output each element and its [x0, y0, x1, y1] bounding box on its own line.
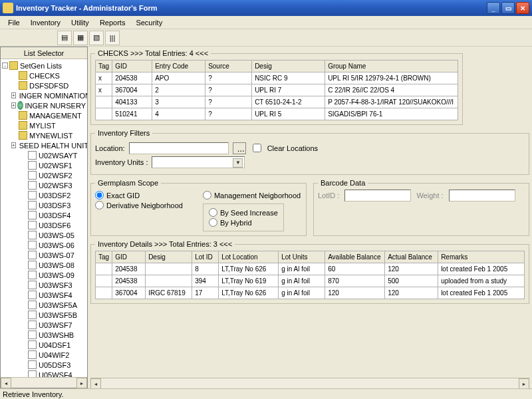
menu-file[interactable]: File [3, 17, 25, 28]
tree-item[interactable]: U03WS-06 [2, 240, 86, 250]
list-selector-header: List Selector [1, 47, 87, 59]
inventory-details-panel: Inventory Details >>> Total Entries: 3 <… [90, 240, 529, 304]
germplasm-scope-panel: Germplasm Scope Exact GID Derivative Nei… [90, 179, 307, 236]
list-selector-panel: List Selector -SetGen ListsCHECKSDSFSDFS… [0, 47, 88, 388]
col-header[interactable]: GID [112, 251, 146, 263]
table-row[interactable]: x3670042?UPL RI 7C 22/IR 26//C 22/OS 4 [96, 84, 458, 96]
tree-item[interactable]: U03WS-08 [2, 260, 86, 270]
maximize-button[interactable]: ▭ [501, 2, 515, 14]
col-header[interactable]: Desig [146, 251, 192, 263]
scroll-left-icon[interactable]: ◄ [90, 378, 101, 388]
tree-item[interactable]: U02WSAYT [2, 150, 86, 160]
tree-item[interactable]: U03DSF6 [2, 220, 86, 230]
scroll-left-icon[interactable]: ◄ [1, 378, 11, 388]
tree-item[interactable]: U03DSF4 [2, 210, 86, 220]
tree-item[interactable]: U02WSF1 [2, 160, 86, 170]
checks-panel: CHECKS >>> Total Entries: 4 <<< TagGIDEn… [90, 49, 463, 125]
col-header[interactable]: Group Name [325, 61, 458, 72]
scroll-right-icon[interactable]: ► [76, 378, 87, 388]
scope-legend: Germplasm Scope [95, 179, 161, 187]
location-input[interactable] [129, 142, 229, 154]
col-header[interactable]: Lot Location [219, 251, 279, 263]
col-header[interactable]: Desig [252, 61, 325, 72]
tree-item[interactable]: U03WSF7 [2, 320, 86, 330]
inventory-details-table[interactable]: TagGIDDesigLot IDLot LocationLot UnitsAv… [95, 251, 525, 299]
menubar: File Inventory Utility Reports Security [0, 16, 532, 29]
location-label: Location: [95, 144, 125, 152]
lotid-input[interactable] [344, 190, 411, 201]
tree-item[interactable]: MYNEWLIST [2, 130, 86, 140]
radio-exact-gid[interactable]: Exact GID [95, 191, 183, 200]
toolbar-barcode-icon[interactable]: ||| [105, 31, 120, 45]
col-header[interactable]: Remarks [438, 251, 525, 263]
toolbar-btn-1[interactable]: ▤ [57, 31, 72, 45]
tree-item[interactable]: U05DSF3 [2, 360, 86, 370]
tree-root[interactable]: -SetGen Lists [2, 61, 86, 70]
filters-legend: Inventory Filters [95, 129, 152, 137]
col-header[interactable]: Lot Units [279, 251, 325, 263]
barcode-legend: Barcode Data [318, 179, 368, 187]
col-header[interactable]: Available Balance [325, 251, 385, 263]
menu-inventory[interactable]: Inventory [25, 17, 66, 28]
tree-item[interactable]: U03WS-05 [2, 230, 86, 240]
toolbar: ▤ ▦ ▧ ||| [0, 29, 532, 47]
col-header[interactable]: Tag [96, 251, 112, 263]
tree-item[interactable]: U05WSF4 [2, 370, 86, 377]
menu-reports[interactable]: Reports [94, 17, 131, 28]
minimize-button[interactable]: _ [487, 2, 500, 14]
scroll-right-icon[interactable]: ► [519, 378, 529, 388]
table-row[interactable]: 204538394LT,Tray No 619g in Al foil87050… [96, 275, 525, 287]
clear-locations-label: Clear Locations [267, 144, 318, 152]
tree-item[interactable]: U04DSF1 [2, 340, 86, 350]
tree-item[interactable]: U02WSF2 [2, 170, 86, 180]
tree-item[interactable]: U03DSF3 [2, 200, 86, 210]
table-row[interactable]: 2045388LT,Tray No 626g in Al foil60120lo… [96, 263, 525, 275]
tree-view[interactable]: -SetGen ListsCHECKSDSFSDFSD+INGER NOMINA… [1, 59, 87, 377]
tree-item[interactable]: MANAGEMENT [2, 110, 86, 120]
table-row[interactable]: x204538APO?NSIC RC 9UPL RI 5/IR 12979-24… [96, 72, 458, 84]
radio-derivative[interactable]: Derivative Neigborhood [95, 201, 183, 209]
weight-input[interactable] [449, 190, 515, 201]
window-title: Inventory Tracker - Administrator's Form [16, 4, 485, 12]
checks-table[interactable]: TagGIDEntry CodeSourceDesigGroup Namex20… [95, 60, 458, 120]
col-header[interactable]: Lot ID [192, 251, 219, 263]
table-row[interactable]: 5102414?UPL RI 5SIGADIS/BPI 76-1 [96, 108, 458, 120]
radio-by-hybrid[interactable]: By Hybrid [209, 218, 278, 227]
tree-item[interactable]: U03WS-09 [2, 270, 86, 280]
tree-item[interactable]: U03DSF2 [2, 190, 86, 200]
tree-item[interactable]: U03WSF4 [2, 290, 86, 300]
menu-utility[interactable]: Utility [66, 17, 94, 28]
tree-item[interactable]: U03WSHB [2, 330, 86, 340]
table-row[interactable]: 367004IRGC 6781917LT,Tray No 626g in Al … [96, 287, 525, 299]
left-h-scrollbar[interactable]: ◄ ► [1, 377, 87, 388]
inventory-units-dropdown[interactable] [152, 156, 245, 168]
tree-item[interactable]: U02WSF3 [2, 180, 86, 190]
tree-item[interactable]: DSFSDFSD [2, 80, 86, 90]
tree-item[interactable]: CHECKS [2, 70, 86, 80]
clear-locations-checkbox[interactable] [253, 144, 261, 152]
tree-item[interactable]: U03WS-07 [2, 250, 86, 260]
tree-item[interactable]: MYLIST [2, 120, 86, 130]
table-row[interactable]: 4041333?CT 6510-24-1-2P 2057-F4-88-3-1/I… [96, 96, 458, 108]
tree-item[interactable]: U04WIF2 [2, 350, 86, 360]
col-header[interactable]: Actual Balance [385, 251, 438, 263]
tree-item[interactable]: U03WSF5B [2, 310, 86, 320]
tree-item[interactable]: +INGER NURSERY [2, 100, 86, 110]
col-header[interactable]: GID [112, 61, 152, 72]
status-text: Retrieve Inventory. [3, 390, 64, 398]
radio-by-seed-increase[interactable]: By Seed Increase [209, 208, 278, 217]
close-button[interactable]: ✕ [516, 2, 529, 14]
menu-security[interactable]: Security [130, 17, 168, 28]
radio-management[interactable]: Management Neigborhood [203, 191, 301, 200]
toolbar-btn-2[interactable]: ▦ [73, 31, 88, 45]
tree-item[interactable]: U03WSF5A [2, 300, 86, 310]
tree-item[interactable]: U03WSF3 [2, 280, 86, 290]
location-browse-button[interactable]: ... [233, 142, 246, 154]
col-header[interactable]: Entry Code [152, 61, 205, 72]
col-header[interactable]: Tag [96, 61, 112, 72]
tree-item[interactable]: +SEED HEALTH UNIT [2, 140, 86, 150]
col-header[interactable]: Source [205, 61, 252, 72]
toolbar-btn-3[interactable]: ▧ [89, 31, 104, 45]
right-h-scrollbar[interactable]: ◄ ► [90, 378, 529, 388]
tree-item[interactable]: +INGER NOMINATION LI [2, 90, 86, 100]
